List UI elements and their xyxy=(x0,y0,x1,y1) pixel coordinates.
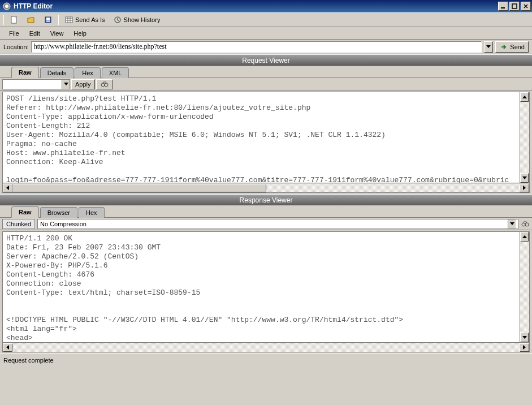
svg-point-17 xyxy=(525,223,529,226)
svg-point-1 xyxy=(5,5,8,8)
menu-file[interactable]: File xyxy=(5,29,24,38)
save-icon xyxy=(44,15,53,24)
compression-value: No Compression xyxy=(40,221,86,227)
send-as-is-label: Send As Is xyxy=(75,16,105,23)
tab-response-raw[interactable]: Raw xyxy=(11,206,39,218)
tab-request-details[interactable]: Details xyxy=(40,67,74,78)
request-vscroll[interactable] xyxy=(520,92,529,183)
new-button[interactable] xyxy=(7,14,21,25)
send-button[interactable]: Send xyxy=(495,41,529,53)
location-bar: Location: Send xyxy=(0,40,532,54)
grid-icon xyxy=(64,15,73,24)
svg-rect-3 xyxy=(512,4,517,8)
response-hscroll[interactable] xyxy=(3,342,529,352)
send-arrow-icon xyxy=(499,42,508,51)
request-filter-bar: Apply xyxy=(0,78,532,91)
location-label: Location: xyxy=(3,44,29,50)
response-viewer-header: Response Viewer xyxy=(0,194,532,205)
response-vscroll[interactable] xyxy=(520,232,529,342)
request-viewer-header: Request Viewer xyxy=(0,54,532,66)
window-title: HTTP Editor xyxy=(14,2,498,10)
response-tabs: Raw Browser Hex xyxy=(0,205,532,218)
response-editor[interactable]: HTTP/1.1 200 OK Date: Fri, 23 Feb 2007 2… xyxy=(3,232,529,342)
menubar: File Edit View Help xyxy=(0,27,532,40)
status-text: Request complete xyxy=(3,357,54,364)
response-filter-bar: Chunked No Compression xyxy=(0,218,532,230)
minimize-button[interactable] xyxy=(498,2,508,11)
svg-point-16 xyxy=(522,223,525,226)
status-bar: Request complete xyxy=(0,354,532,366)
send-label: Send xyxy=(510,44,525,50)
menu-help[interactable]: Help xyxy=(69,29,91,38)
svg-point-14 xyxy=(101,83,105,87)
location-input[interactable] xyxy=(31,41,482,53)
show-history-button[interactable]: Show History xyxy=(111,14,163,25)
compression-combo[interactable]: No Compression xyxy=(37,219,518,229)
toolbar: Send As Is Show History xyxy=(0,12,532,27)
send-as-is-button[interactable]: Send As Is xyxy=(62,14,107,25)
close-button[interactable] xyxy=(521,2,531,11)
menu-view[interactable]: View xyxy=(46,29,68,38)
binoculars-icon xyxy=(521,219,530,229)
tab-request-hex[interactable]: Hex xyxy=(75,67,101,78)
chunked-label: Chunked xyxy=(2,219,35,229)
tab-request-xml[interactable]: XML xyxy=(102,67,129,78)
response-find-button[interactable] xyxy=(521,219,530,229)
svg-rect-6 xyxy=(46,18,50,20)
menu-edit[interactable]: Edit xyxy=(25,29,45,38)
new-icon xyxy=(10,15,19,24)
location-dropdown[interactable] xyxy=(484,41,493,53)
request-filter-combo[interactable] xyxy=(2,79,70,89)
response-editor-wrap: HTTP/1.1 200 OK Date: Fri, 23 Feb 2007 2… xyxy=(2,231,530,352)
show-history-label: Show History xyxy=(124,16,161,23)
request-hscroll[interactable] xyxy=(3,183,529,192)
apply-button[interactable]: Apply xyxy=(71,79,95,89)
svg-rect-7 xyxy=(46,20,50,22)
request-editor-wrap: POST /liens/site.php?test HTTP/1.1 Refer… xyxy=(2,92,530,193)
find-button[interactable] xyxy=(96,79,113,89)
save-button[interactable] xyxy=(41,14,55,25)
open-button[interactable] xyxy=(24,14,38,25)
app-icon xyxy=(2,2,11,11)
binoculars-icon xyxy=(100,80,109,89)
tab-response-browser[interactable]: Browser xyxy=(40,207,77,218)
svg-point-15 xyxy=(105,83,108,87)
tab-response-hex[interactable]: Hex xyxy=(79,207,105,218)
svg-rect-2 xyxy=(501,7,505,8)
titlebar: HTTP Editor xyxy=(0,0,532,12)
open-icon xyxy=(27,15,36,24)
request-editor[interactable]: POST /liens/site.php?test HTTP/1.1 Refer… xyxy=(3,92,529,183)
tab-request-raw[interactable]: Raw xyxy=(11,67,39,78)
svg-rect-8 xyxy=(66,17,72,23)
maximize-button[interactable] xyxy=(509,2,520,11)
history-icon xyxy=(113,15,122,24)
request-tabs: Raw Details Hex XML xyxy=(0,66,532,78)
